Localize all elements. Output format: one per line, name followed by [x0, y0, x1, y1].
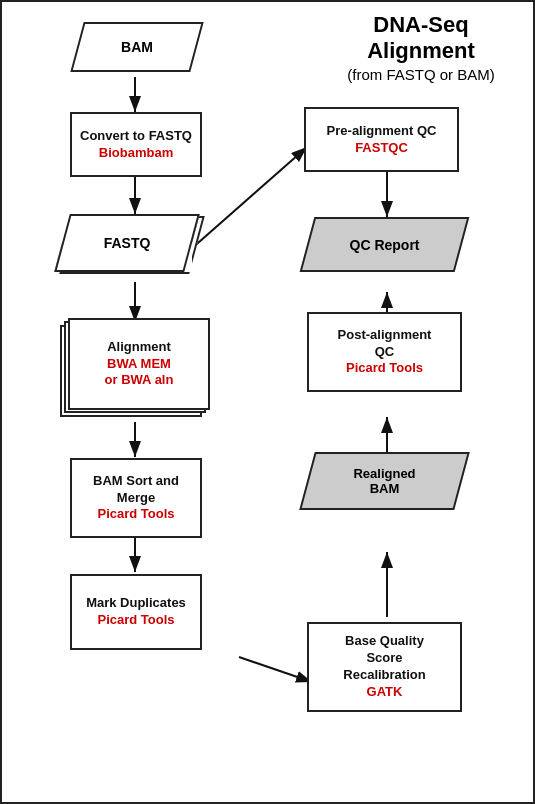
post-alignment-qc-node: Post-alignment QC Picard Tools	[307, 312, 462, 392]
bam-input-node: BAM	[77, 22, 197, 72]
fastq-node: FASTQ	[62, 214, 192, 272]
bam-sort-label-line1: BAM Sort and	[93, 473, 179, 490]
base-quality-label-line2: Score	[366, 650, 402, 667]
bam-input-label: BAM	[121, 39, 153, 55]
diagram-title-line2: (from FASTQ or BAM)	[321, 65, 521, 85]
bam-sort-label-line3: Picard Tools	[97, 506, 174, 523]
title-area: DNA-Seq Alignment (from FASTQ or BAM)	[321, 12, 521, 84]
post-qc-label-line1: Post-alignment	[338, 327, 432, 344]
bam-sort-label-line2: Merge	[117, 490, 155, 507]
realigned-bam-node: Realigned BAM	[307, 452, 462, 510]
alignment-label-line1: Alignment	[107, 339, 171, 356]
pre-qc-label-line1: Pre-alignment QC	[327, 123, 437, 140]
pre-alignment-qc-node: Pre-alignment QC FASTQC	[304, 107, 459, 172]
diagram-container: DNA-Seq Alignment (from FASTQ or BAM)	[0, 0, 535, 804]
post-qc-label-line2: QC	[375, 344, 395, 361]
convert-fastq-label-line1: Convert to FASTQ	[80, 128, 192, 145]
convert-fastq-node: Convert to FASTQ Biobambam	[70, 112, 202, 177]
qc-report-label: QC Report	[350, 237, 420, 253]
fastq-label: FASTQ	[104, 235, 151, 251]
alignment-label-line3: or BWA aln	[105, 372, 174, 389]
bam-sort-merge-node: BAM Sort and Merge Picard Tools	[70, 458, 202, 538]
mark-dup-label-line2: Picard Tools	[97, 612, 174, 629]
alignment-node: Alignment BWA MEM or BWA aln	[68, 318, 210, 410]
base-quality-label-line3: Recalibration	[343, 667, 425, 684]
svg-line-11	[239, 657, 312, 682]
pre-qc-label-line2: FASTQC	[355, 140, 408, 157]
base-quality-label-line4: GATK	[367, 684, 403, 701]
base-quality-label-line1: Base Quality	[345, 633, 424, 650]
convert-fastq-label-line2: Biobambam	[99, 145, 173, 162]
mark-dup-label-line1: Mark Duplicates	[86, 595, 186, 612]
realigned-bam-label-line1: Realigned	[353, 466, 415, 481]
post-qc-label-line3: Picard Tools	[346, 360, 423, 377]
realigned-bam-label-line2: BAM	[370, 481, 400, 496]
mark-duplicates-node: Mark Duplicates Picard Tools	[70, 574, 202, 650]
alignment-label-line2: BWA MEM	[107, 356, 171, 373]
diagram-title-line1: DNA-Seq Alignment	[321, 12, 521, 65]
svg-line-6	[190, 147, 307, 250]
qc-report-node: QC Report	[307, 217, 462, 272]
base-quality-node: Base Quality Score Recalibration GATK	[307, 622, 462, 712]
